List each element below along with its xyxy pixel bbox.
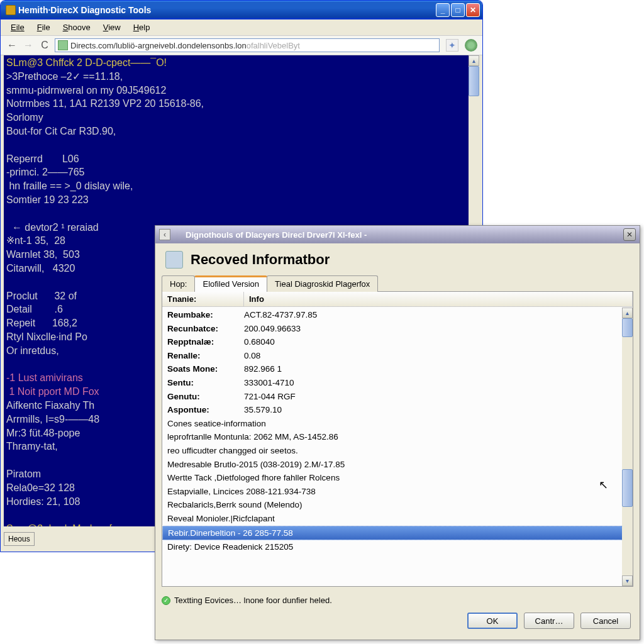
- address-text: Directs.com/lubliö-argneivebl.dondelenso…: [70, 41, 247, 50]
- dialog-back-button[interactable]: ‹: [159, 229, 170, 240]
- ok-button[interactable]: OK: [467, 613, 518, 629]
- tab-tieal-diagroskid[interactable]: Tieal Diagroskid Plagerfox: [267, 275, 378, 292]
- tab-hop[interactable]: Hop:: [162, 275, 195, 292]
- globe-icon: [465, 39, 477, 52]
- list-item[interactable]: Medresable Brutlo-2015 (038-2019) 2.M/-1…: [162, 458, 633, 472]
- minimize-button[interactable]: _: [436, 3, 450, 17]
- table-row[interactable]: Sentu:333001-4710: [162, 376, 633, 390]
- scroll-up-button[interactable]: ▴: [622, 308, 633, 318]
- page-icon: [58, 40, 68, 50]
- dialog-close-button[interactable]: ✕: [623, 228, 636, 241]
- back-button[interactable]: ←: [6, 39, 18, 52]
- list-item[interactable]: reo ufficudter changged oir seetos.: [162, 444, 633, 458]
- row-key: Reumbake:: [162, 308, 244, 322]
- row-key: Renalle:: [162, 349, 244, 363]
- forward-button[interactable]: →: [22, 39, 35, 52]
- maximize-button[interactable]: □: [451, 3, 465, 17]
- row-value: 721-044 RGF: [244, 390, 633, 404]
- table-row[interactable]: Soats Mone:892.966 1: [162, 362, 633, 376]
- terminal-line: Mr:3 füt.48-pope: [6, 428, 80, 438]
- table-row[interactable]: Recunbatce:200.049.96633: [162, 322, 633, 336]
- scroll-thumb[interactable]: [469, 66, 479, 96]
- list-item[interactable]: Recbalaricls,Berrk sound (Melendo): [162, 498, 633, 512]
- row-value: 35.579.10: [244, 403, 633, 417]
- app-icon: [6, 5, 16, 15]
- address-bar[interactable]: Directs.com/lubliö-argneivebl.dondelenso…: [55, 38, 440, 52]
- cantr-button[interactable]: Cantr…: [524, 613, 574, 629]
- terminal-line: Citarwill, 4320: [6, 263, 75, 274]
- menu-view[interactable]: View: [98, 21, 126, 33]
- table-row[interactable]: Repptnalæ:0.68040: [162, 335, 633, 349]
- info-icon: [165, 251, 183, 269]
- terminal-line: ← devtor2 ¹ reraiad: [6, 222, 99, 233]
- list-item[interactable]: Cones seatice-information: [162, 417, 633, 431]
- table-row[interactable]: Genutu:721-044 RGF: [162, 390, 633, 404]
- terminal-line: Proclut 32 of: [6, 291, 77, 301]
- reload-button[interactable]: C: [38, 39, 51, 52]
- terminal-line: ※nt-1 35, 28: [6, 235, 65, 246]
- scroll-down-button[interactable]: ▾: [622, 575, 633, 586]
- list-body[interactable]: Reumbake:ACT.82-4737.97.85Recunbatce:200…: [162, 307, 633, 554]
- list-item[interactable]: Wertte Tack ,Dietfologed fhore fahller R…: [162, 471, 633, 485]
- list-item-selected[interactable]: Rebir.Dinerbeltion - 26 285-77.58: [162, 526, 633, 541]
- terminal-line: Warnlet 38, 503: [6, 249, 80, 260]
- menu-help[interactable]: Help: [128, 21, 155, 33]
- cancel-button[interactable]: Cancel: [580, 613, 631, 629]
- terminal-line: Notrmbes 11, 1A1 R2139 VP2 20 15618-86,: [6, 98, 204, 109]
- terminal-line: Thramy-tat,: [6, 441, 58, 452]
- terminal-line: Reperrd L06: [6, 153, 79, 164]
- col-header-name[interactable]: Tnanie:: [162, 292, 244, 306]
- table-row[interactable]: Aspontue:35.579.10: [162, 403, 633, 417]
- terminal-line: Somtier 19 23 223: [6, 194, 89, 205]
- dialog-title: Dignothouls of Dlacyers Direcl Drver7l X…: [186, 230, 623, 240]
- table-row[interactable]: Renalle:0.08: [162, 349, 633, 363]
- dialog-window: ‹ Dignothouls of Dlacyers Direcl Drver7l…: [155, 225, 640, 640]
- menu-eile[interactable]: Eile: [6, 21, 30, 33]
- terminal-line: Arrmills, I=s9-——48: [6, 414, 99, 425]
- terminal-line: Piratom: [6, 469, 41, 479]
- col-header-info[interactable]: Info: [244, 292, 633, 306]
- list-item[interactable]: leprofrtanlle Montunla: 2062 MM, AS-1452…: [162, 430, 633, 444]
- list-item[interactable]: Estapvialle, Lincices 2088-121.934-738: [162, 485, 633, 499]
- list-item[interactable]: Direty: Device Readenick 215205: [162, 540, 633, 554]
- check-icon: ✓: [162, 596, 170, 605]
- window-title: Hemith·DirecX Diagnostic Tools: [18, 5, 436, 15]
- terminal-line: Repeit 168,2: [6, 318, 77, 328]
- menu-file[interactable]: File: [32, 21, 55, 33]
- row-key: Genutu:: [162, 390, 244, 404]
- scroll-up-button[interactable]: ▴: [469, 55, 479, 66]
- dialog-titlebar[interactable]: ‹ Dignothouls of Dlacyers Direcl Drver7l…: [155, 226, 640, 243]
- dialog-status: ✓ Textting Eovices… lnone foor dunfier h…: [162, 593, 633, 608]
- list-item[interactable]: Reveal Monioler.|Ricfclapant: [162, 512, 633, 526]
- row-value: 333001-4710: [244, 376, 633, 390]
- terminal-line: smmu-pidrnweral on my 09J549612: [6, 85, 166, 96]
- tab-content: Tnanie: Info Reumbake:ACT.82-4737.97.85R…: [162, 291, 633, 587]
- terminal-line: Detail .6: [6, 304, 63, 314]
- tab-elofiled-version[interactable]: Elofiled Version: [194, 275, 267, 292]
- row-value: 892.966 1: [244, 362, 633, 376]
- terminal-line: Rtyl Nixclle·ind Po: [6, 331, 87, 342]
- menubar: Eile File Shoove View Help: [1, 19, 482, 35]
- terminal-line: 1 Noit pport MD Fox: [6, 386, 99, 397]
- terminal-line: SLm@3 Chffck 2 D-D-cpect——¯O!: [6, 57, 167, 68]
- titlebar[interactable]: Hemith·DirecX Diagnostic Tools _ □ ✕: [1, 1, 482, 19]
- close-button[interactable]: ✕: [466, 3, 480, 17]
- scroll-thumb[interactable]: [622, 318, 633, 337]
- favorite-button[interactable]: ✦: [446, 39, 458, 52]
- dialog-scrollbar[interactable]: ▴ ▾: [622, 308, 633, 586]
- row-value: ACT.82-4737.97.85: [244, 308, 633, 322]
- dialog-header: Recoved Informatbor: [155, 243, 640, 275]
- status-button[interactable]: Heous: [4, 532, 35, 546]
- scroll-thumb-2[interactable]: [622, 469, 633, 507]
- dialog-button-row: OK Cantr… Cancel: [155, 608, 640, 629]
- scroll-track[interactable]: [622, 318, 633, 575]
- row-value: 0.08: [244, 349, 633, 363]
- row-key: Repptnalæ:: [162, 335, 244, 349]
- terminal-line: Hordies: 21, 108: [6, 496, 80, 507]
- table-row[interactable]: Reumbake:ACT.82-4737.97.85: [162, 308, 633, 322]
- row-key: Aspontue:: [162, 403, 244, 417]
- menu-shoove[interactable]: Shoove: [58, 21, 96, 33]
- terminal-line: >3Prethoce –2✓ ==11.18,: [6, 71, 123, 82]
- row-value: 0.68040: [244, 335, 633, 349]
- list-header: Tnanie: Info: [162, 292, 633, 307]
